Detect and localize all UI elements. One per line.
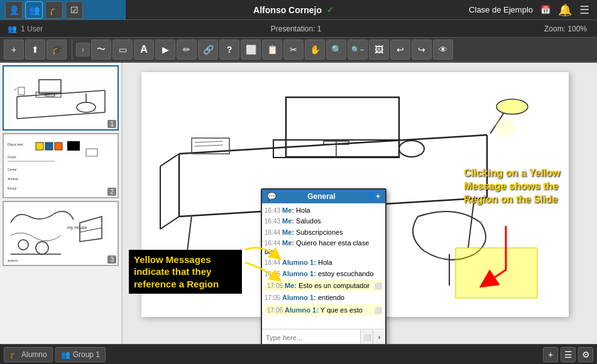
slide-1-content: [4, 67, 118, 129]
chat-message[interactable]: 17:05 Me: Esto es un computador⬜: [265, 280, 383, 291]
users-icon: 👥: [8, 24, 17, 33]
chevron-button[interactable]: ›: [76, 43, 90, 56]
svg-point-47: [496, 99, 528, 114]
toolbar: + ⬆ 🎓 › 〜 ▭ A ▶ ✏ 🔗 ? ⬜ 📋 ✂ ✋ 🔍 🔍− 🖼 ↩ ↪…: [0, 38, 597, 63]
rect-tool[interactable]: ▭: [112, 40, 133, 60]
chat-input-row: ⬜ ›: [262, 329, 385, 344]
list-button[interactable]: ☰: [561, 347, 576, 362]
svg-rect-18: [67, 141, 80, 151]
chat-options-icon[interactable]: 👤+: [366, 192, 380, 201]
slide-thumb-1[interactable]: 1 ···: [3, 65, 119, 131]
redo-tool[interactable]: ↪: [412, 40, 432, 60]
chat-panel: 💬 General 👤+ 16:43 Me: Hola16:43 Me: Sal…: [261, 188, 386, 344]
menu-icon[interactable]: ☰: [579, 3, 589, 17]
svg-point-23: [36, 242, 48, 254]
svg-line-43: [195, 141, 223, 142]
slide-1-svg: [4, 68, 118, 128]
svg-rect-4: [39, 80, 61, 94]
slide-2-svg: Days test Grupe Center Almene lhcuse: [4, 136, 118, 196]
top-bar-nav: 👤 👥 🎓 ☑: [0, 0, 126, 19]
chat-messages[interactable]: 16:43 Me: Hola16:43 Me: Saludos16:44 Me:…: [262, 203, 385, 329]
add-slide-button[interactable]: +: [4, 40, 24, 60]
slide-3-content: my House autors: [4, 202, 118, 265]
class-name-display: Clase de Ejemplo: [469, 5, 533, 14]
text-tool[interactable]: A: [134, 40, 154, 60]
copy-tool[interactable]: ⬜: [241, 40, 261, 60]
svg-line-10: [14, 88, 17, 90]
slide-1-num: 1: [107, 120, 116, 128]
chat-header: 💬 General 👤+: [262, 190, 385, 203]
svg-line-44: [195, 145, 223, 146]
chat-message[interactable]: 16:45 Alumno 1: estoy escuchando: [265, 269, 383, 278]
svg-point-22: [18, 240, 28, 250]
slide-2-dots: ···: [100, 189, 105, 196]
chat-message[interactable]: 16:44 Me: Subscripciones: [265, 228, 383, 237]
canvas-area[interactable]: 💬 General 👤+ 16:43 Me: Hola16:43 Me: Sal…: [123, 63, 597, 344]
paste-tool[interactable]: 📋: [262, 40, 282, 60]
chat-input[interactable]: [262, 333, 360, 343]
chat-send-buttons: ⬜ ›: [360, 330, 385, 345]
alumno-tab[interactable]: 🎓 Alumno: [4, 347, 53, 362]
zoom-out-tool[interactable]: 🔍−: [348, 40, 368, 60]
slide-3-num: 3: [107, 255, 116, 264]
users-info: 👥 1 User: [3, 24, 48, 33]
nav-student-icon[interactable]: 🎓: [45, 1, 63, 19]
zoom-label: Zoom: 100%: [544, 24, 587, 33]
svg-text:Grupe: Grupe: [8, 155, 16, 159]
bell-icon[interactable]: 🔔: [558, 3, 572, 17]
svg-rect-37: [286, 97, 399, 157]
pan-tool[interactable]: ✋: [305, 40, 325, 60]
chat-send-button[interactable]: ›: [373, 330, 385, 345]
link-tool[interactable]: 🔗: [198, 40, 218, 60]
slide-thumb-2[interactable]: Days test Grupe Center Almene lhcuse 2 ·…: [3, 133, 119, 198]
alumno-icon: 🎓: [9, 350, 19, 359]
top-bar-right: Clase de Ejemplo 📅 🔔 ☰: [461, 0, 597, 19]
zoom-in-tool[interactable]: 🔍: [326, 40, 346, 60]
group-icon: 👥: [61, 350, 70, 359]
undo-tool[interactable]: ↩: [390, 40, 410, 60]
second-bar: 👥 1 User Presentation: 1 Zoom: 100%: [0, 20, 597, 38]
upload-button[interactable]: ⬆: [25, 40, 45, 60]
svg-text:my House: my House: [67, 225, 87, 230]
pencil-tool[interactable]: ✏: [177, 40, 197, 60]
presentation-info: Presentation: 1: [50, 24, 542, 33]
group-tab[interactable]: 👥 Group 1: [55, 347, 106, 362]
graduate-button[interactable]: 🎓: [47, 40, 67, 60]
alumno-label: Alumno: [21, 350, 47, 359]
slide-2-num: 2: [107, 188, 116, 196]
chat-message[interactable]: 16:43 Me: Saludos: [265, 217, 383, 225]
chat-message[interactable]: 16:44 Alumno 1: Hola: [265, 258, 383, 267]
zoom-info: Zoom: 100%: [544, 24, 594, 33]
cut-tool[interactable]: ✂: [283, 40, 304, 60]
chat-message[interactable]: 16:43 Me: Hola: [265, 206, 383, 215]
help-tool[interactable]: ?: [219, 40, 239, 60]
nav-tasks-icon[interactable]: ☑: [65, 1, 83, 19]
chat-icon: 💬: [267, 192, 277, 201]
svg-point-49: [495, 118, 514, 137]
nav-group-icon[interactable]: 👥: [25, 1, 43, 19]
svg-text:Days test: Days test: [8, 142, 23, 146]
checkmark-icon: ✓: [327, 5, 334, 14]
view-tool[interactable]: 👁: [433, 40, 453, 60]
svg-text:lhcuse: lhcuse: [8, 186, 17, 190]
chat-attach-button[interactable]: ⬜: [360, 330, 373, 345]
svg-rect-20: [86, 149, 97, 156]
right-callout: Clicking on a Yellow Message shows the R…: [459, 163, 584, 210]
add-group-button[interactable]: +: [543, 347, 558, 362]
svg-text:Almene: Almene: [8, 177, 18, 181]
svg-text:autors: autors: [8, 259, 18, 262]
curve-tool[interactable]: 〜: [91, 40, 111, 60]
nav-users-icon[interactable]: 👤: [5, 1, 23, 19]
users-count: 1 User: [21, 24, 43, 33]
settings-button[interactable]: ⚙: [578, 347, 593, 362]
select-tool[interactable]: ▶: [155, 40, 175, 60]
chat-message[interactable]: 17:05 Alumno 1: entiendo: [265, 293, 383, 302]
image-tool[interactable]: 🖼: [369, 40, 389, 60]
svg-line-3: [17, 112, 105, 119]
main-area: 1 ··· Days test Grupe Center Almene: [0, 63, 597, 344]
chat-message[interactable]: 16:44 Me: Quiero hacer esta clase bien: [265, 238, 383, 257]
chat-message[interactable]: 17:06 Alumno 1: Y que es esto⬜: [265, 304, 383, 316]
slide-panel: 1 ··· Days test Grupe Center Almene: [0, 63, 123, 344]
slide-thumb-3[interactable]: my House autors 3: [3, 201, 119, 266]
presentation-label: Presentation: 1: [271, 24, 322, 33]
